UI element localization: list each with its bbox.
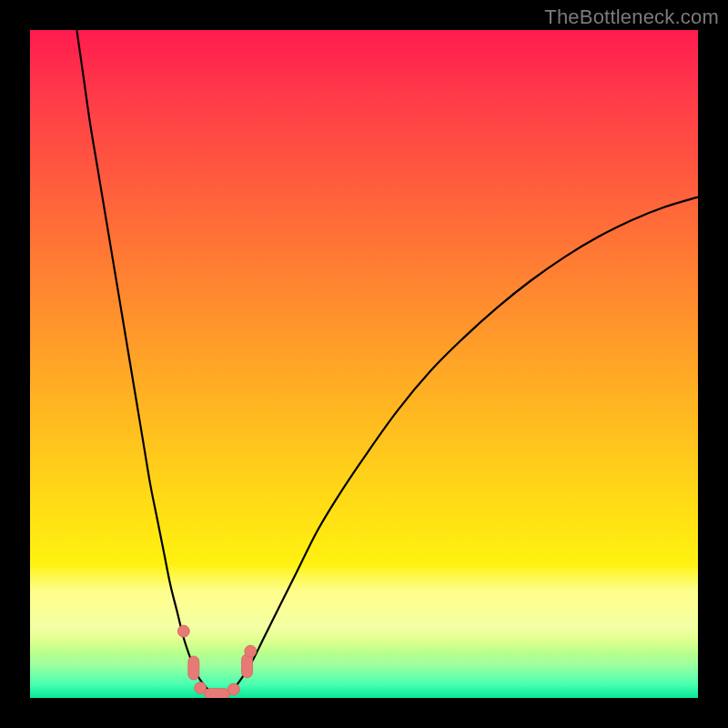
data-marker bbox=[228, 683, 239, 695]
data-marker bbox=[245, 645, 257, 657]
chart-frame: TheBottleneck.com bbox=[0, 0, 728, 728]
plot-area bbox=[30, 30, 698, 698]
data-marker bbox=[177, 625, 189, 637]
data-marker bbox=[242, 654, 253, 678]
data-marker bbox=[205, 689, 230, 698]
marker-group bbox=[177, 625, 256, 698]
data-marker bbox=[188, 656, 199, 680]
watermark-text: TheBottleneck.com bbox=[544, 5, 719, 29]
marker-layer bbox=[30, 30, 698, 698]
